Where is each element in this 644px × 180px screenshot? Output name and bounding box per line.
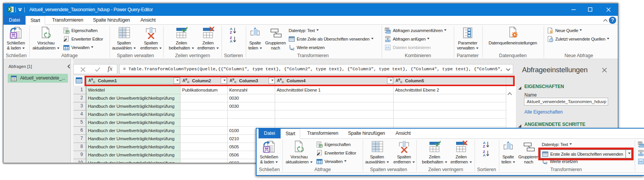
- svg-text:Z: Z: [230, 30, 232, 34]
- svg-text:A: A: [230, 39, 233, 43]
- svg-text:2: 2: [546, 161, 548, 165]
- svg-text:2: 2: [292, 47, 294, 51]
- svg-text:Z: Z: [483, 144, 485, 148]
- svg-text:A: A: [483, 153, 486, 157]
- svg-text:1: 1: [289, 44, 291, 48]
- svg-text:X: X: [8, 7, 11, 12]
- svg-text:1: 1: [542, 158, 544, 162]
